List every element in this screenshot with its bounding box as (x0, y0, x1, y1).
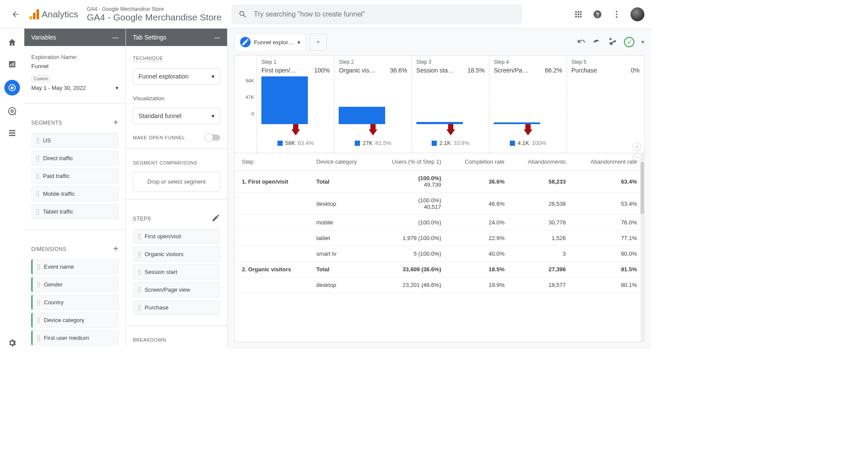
step-chip[interactable]: Session start (133, 264, 220, 280)
series-swatch (510, 141, 515, 146)
svg-rect-8 (13, 62, 14, 66)
nav-advertising-icon[interactable] (6, 105, 18, 117)
technique-label: TECHNIQUE (133, 56, 163, 62)
status-ok-icon[interactable]: ✓ (624, 37, 634, 47)
property-selector[interactable]: GA4 - Google Merchandise Store GA4 - Goo… (87, 6, 222, 23)
dimensions-label: DIMENSIONS (31, 246, 66, 252)
open-funnel-toggle[interactable] (205, 135, 220, 141)
zoom-in-button[interactable]: + (633, 142, 641, 151)
scrollbar[interactable] (640, 153, 644, 342)
nav-explore-icon[interactable] (4, 80, 20, 95)
cell-completion: 18.5% (448, 262, 512, 277)
nav-home-icon[interactable] (6, 36, 18, 49)
step-num: Step 4 (494, 59, 509, 65)
exploration-name-value[interactable]: Funnel (31, 63, 119, 69)
collapse-icon[interactable]: — (112, 34, 119, 41)
add-tab-button[interactable]: + (310, 33, 327, 51)
undo-button[interactable] (577, 37, 586, 47)
svg-rect-6 (10, 64, 11, 66)
step-pct: 100% (314, 67, 330, 74)
redo-button[interactable] (593, 37, 601, 47)
share-button[interactable] (608, 37, 617, 47)
kebab-icon[interactable] (611, 9, 622, 20)
segment-chip[interactable]: Tablet traffic (31, 204, 119, 219)
dropoff-arrow-icon (524, 129, 532, 135)
segment-chip[interactable]: Mobile traffic (31, 186, 119, 201)
date-range-selector[interactable]: May 1 - May 30, 2022 ▾ (31, 85, 119, 91)
table-row: desktop (100.0%)40,517 46.6% 26,538 53.4… (235, 193, 644, 215)
chevron-down-icon[interactable]: ▾ (297, 39, 300, 46)
step-name: Session sta… (416, 67, 454, 74)
dropoff-pct: 100% (532, 140, 546, 146)
apps-icon[interactable] (573, 9, 584, 20)
collapse-icon[interactable]: — (214, 34, 220, 41)
segment-chip[interactable]: Paid traffic (31, 168, 119, 184)
nav-admin-icon[interactable] (6, 337, 18, 349)
column-header[interactable]: Completion rate (448, 153, 512, 171)
dimension-chip[interactable]: First user medium (31, 330, 119, 346)
breakdown-label: BREAKDOWN (133, 337, 166, 343)
viz-select[interactable]: Standard funnel ▾ (133, 108, 220, 124)
technique-select[interactable]: Funnel exploration ▾ (133, 68, 220, 85)
nav-reports-icon[interactable] (6, 58, 18, 70)
cell-step (235, 277, 310, 293)
funnel-step: Step 3 Session sta…18.5% 2.1K 33.8% (412, 56, 489, 153)
segment-chip[interactable]: US (31, 133, 119, 148)
step-chip[interactable]: Organic visitors (133, 247, 220, 262)
exploration-tab[interactable]: Funnel explor… ▾ (234, 33, 306, 51)
search-bar[interactable] (231, 4, 522, 24)
column-header[interactable]: Step (235, 153, 310, 171)
funnel-step: Step 4 Screen/Pa…66.2% 4.1K 100% (489, 56, 566, 153)
dropoff-value: 27K (363, 140, 373, 146)
seg-comp-label: SEGMENT COMPARISONS (133, 160, 197, 166)
tab-settings-title: Tab Settings (133, 34, 166, 41)
svg-text:?: ? (596, 11, 599, 17)
cell-abandonment-rate: 53.4% (573, 193, 644, 215)
dimension-chip[interactable]: Event name (31, 259, 119, 274)
add-segment-button[interactable]: + (113, 118, 119, 128)
property-name: GA4 - Google Merchandise Store (87, 12, 222, 23)
logo-icon (30, 9, 39, 20)
step-chip[interactable]: Purchase (133, 300, 220, 315)
search-input[interactable] (254, 10, 515, 18)
column-header[interactable]: Users (% of Step 1) (373, 153, 448, 171)
variables-header: Variables — (24, 29, 125, 46)
add-dimension-button[interactable]: + (113, 244, 119, 254)
step-chip[interactable]: First open/visit (133, 229, 220, 244)
column-header[interactable]: Device category (310, 153, 374, 171)
segment-dropzone[interactable]: Drop or select segment (133, 172, 220, 191)
edit-steps-button[interactable] (211, 214, 220, 224)
step-pct: 0% (631, 67, 640, 74)
column-header[interactable]: Abandonment rate (573, 153, 644, 171)
step-pct: 18.5% (468, 67, 485, 74)
property-path: GA4 - Google Merchandise Store (87, 6, 222, 12)
segments-label: SEGMENTS (31, 120, 62, 126)
cell-abandonment-rate: 60.0% (573, 246, 644, 262)
chevron-down-icon: ▾ (116, 85, 119, 91)
svg-rect-7 (12, 63, 13, 66)
search-icon (238, 10, 247, 19)
table-row: smart tv 5 (100.0%) 40.0% 3 60.0% (235, 246, 644, 262)
cell-abandonment-rate: 77.1% (573, 230, 644, 246)
cell-device: mobile (310, 215, 374, 230)
date-range-value: May 1 - May 30, 2022 (31, 85, 86, 91)
back-button[interactable] (7, 6, 24, 23)
step-chip[interactable]: Screen/Page view (133, 282, 220, 297)
column-header[interactable]: Abandonments (512, 153, 573, 171)
tab-name: Funnel explor… (254, 39, 294, 46)
help-icon[interactable]: ? (592, 9, 603, 20)
avatar[interactable] (630, 7, 644, 21)
nav-configure-icon[interactable] (6, 127, 18, 139)
dimension-chip[interactable]: Gender (31, 277, 119, 292)
cell-abandonments: 27,396 (512, 262, 573, 277)
dimension-chip[interactable]: Country (31, 295, 119, 310)
funnel-bar (261, 76, 308, 124)
left-nav (0, 29, 24, 349)
cell-abandonment-rate: 80.1% (573, 277, 644, 293)
dimension-chip[interactable]: Device category (31, 313, 119, 328)
cell-abandonments: 1,526 (512, 230, 573, 246)
cell-step (235, 230, 310, 246)
chevron-down-icon[interactable]: ▾ (641, 39, 644, 45)
dropoff-value: 2.1K (439, 140, 451, 146)
segment-chip[interactable]: Direct traffic (31, 151, 119, 166)
